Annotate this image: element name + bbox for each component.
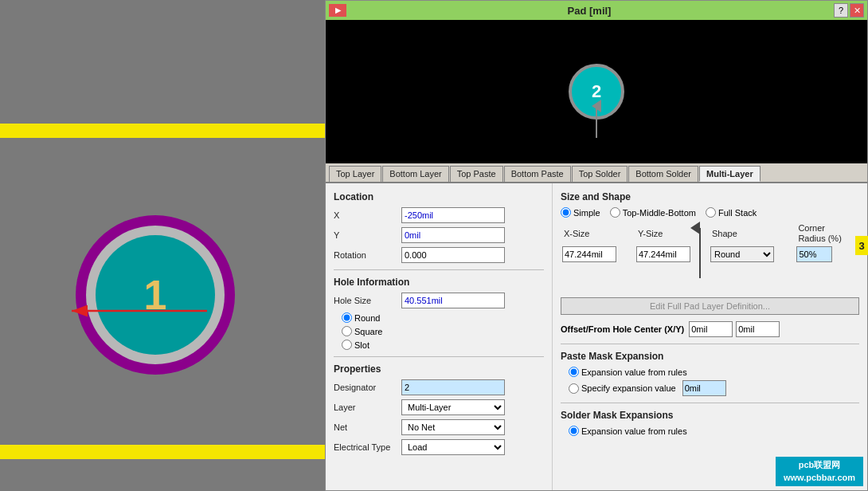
simple-radio-container: Simple xyxy=(561,207,600,218)
shape-arrow-container xyxy=(561,270,859,294)
tab-top-layer[interactable]: Top Layer xyxy=(329,166,381,182)
tab-top-solder[interactable]: Top Solder xyxy=(572,166,628,182)
dialog: ▶ Pad [mil] ? ✕ 2 Top Layer Bottom Layer… xyxy=(325,0,868,491)
elec-type-label: Electrical Type xyxy=(334,442,401,452)
y-label: Y xyxy=(334,230,401,240)
net-row: Net No Net xyxy=(334,419,544,435)
paste-specify-input[interactable] xyxy=(682,380,726,396)
y-field-row: Y xyxy=(334,227,544,243)
net-select[interactable]: No Net xyxy=(401,419,505,435)
offset-label: Offset/From Hole Center (X/Y) xyxy=(561,324,684,334)
radio-round[interactable] xyxy=(342,312,352,323)
x-size-header: X-Size xyxy=(561,222,635,245)
help-button[interactable]: ? xyxy=(834,3,848,18)
radio-slot-label[interactable]: Slot xyxy=(354,340,369,350)
radio-round-label[interactable]: Round xyxy=(354,313,380,323)
hole-info-title: Hole Information xyxy=(334,277,544,288)
rotation-label: Rotation xyxy=(334,250,401,260)
hole-size-input[interactable] xyxy=(401,293,505,308)
full-stack-label[interactable]: Full Stack xyxy=(718,208,757,218)
tab-multi-layer[interactable]: Multi-Layer xyxy=(699,166,760,182)
radio-slot[interactable] xyxy=(342,340,352,350)
title-icon: ▶ xyxy=(329,4,346,17)
radio-paste-expansion-rules[interactable] xyxy=(569,367,579,377)
edit-full-pad-button[interactable]: Edit Full Pad Layer Definition... xyxy=(561,297,859,315)
yellow-stripe-bottom xyxy=(0,445,325,459)
elec-type-select[interactable]: Load Source Terminator Unspecified xyxy=(401,439,505,455)
radio-square-row: Square xyxy=(342,326,544,336)
tab-bottom-paste[interactable]: Bottom Paste xyxy=(504,166,571,182)
elec-type-row: Electrical Type Load Source Terminator U… xyxy=(334,439,544,455)
paste-expansion-rules-row: Expansion value from rules xyxy=(569,367,859,377)
properties-title: Properties xyxy=(334,363,544,375)
net-label: Net xyxy=(334,422,401,432)
layer-select[interactable]: Multi-Layer Top Layer Bottom Layer xyxy=(401,399,505,415)
paste-expansion-rules-label[interactable]: Expansion value from rules xyxy=(581,367,687,377)
designator-row: Designator xyxy=(334,379,544,395)
radio-round-row: Round xyxy=(342,312,544,323)
tabs: Top Layer Bottom Layer Top Paste Bottom … xyxy=(326,163,867,183)
radio-square-label[interactable]: Square xyxy=(354,327,382,336)
paste-mask-title: Paste Mask Expansion xyxy=(561,351,859,362)
top-mid-bot-label[interactable]: Top-Middle-Bottom xyxy=(623,208,696,218)
x-input[interactable] xyxy=(401,207,505,223)
corner-radius-input[interactable] xyxy=(796,246,832,262)
full-stack-radio-container: Full Stack xyxy=(706,207,757,218)
tab-top-paste[interactable]: Top Paste xyxy=(450,166,503,182)
dialog-title: Pad [mil] xyxy=(346,5,832,17)
watermark: pcb联盟网 www.pcbbar.com xyxy=(776,457,863,486)
radio-paste-specify[interactable] xyxy=(569,383,579,394)
tab-bottom-solder[interactable]: Bottom Solder xyxy=(628,166,698,182)
close-button[interactable]: ✕ xyxy=(850,3,864,18)
pcb-canvas: 1 xyxy=(0,0,325,491)
tab-bottom-layer[interactable]: Bottom Layer xyxy=(382,166,448,182)
red-arrow xyxy=(48,295,223,327)
size-shape-radio-row: Simple Top-Middle-Bottom Full Stack xyxy=(561,207,859,218)
separator-right-1 xyxy=(561,344,859,344)
layer-label: Layer xyxy=(334,403,401,412)
separator-2 xyxy=(334,356,544,357)
radio-top-mid-bot[interactable] xyxy=(610,207,620,218)
watermark-line1: pcb联盟网 xyxy=(799,460,841,469)
watermark-line2: www.pcbbar.com xyxy=(784,473,855,482)
preview-area: 2 xyxy=(326,20,867,163)
offset-x-input[interactable] xyxy=(689,321,733,337)
radio-simple[interactable] xyxy=(561,207,571,218)
separator-right-2 xyxy=(561,403,859,403)
rotation-input[interactable] xyxy=(401,247,505,263)
solder-mask-title: Solder Mask Expansions xyxy=(561,410,859,421)
x-label: X xyxy=(334,210,401,220)
titlebar: ▶ Pad [mil] ? ✕ xyxy=(326,1,867,20)
size-shape-title: Size and Shape xyxy=(561,191,859,202)
simple-label[interactable]: Simple xyxy=(573,208,600,218)
paste-specify-row: Specify expansion value xyxy=(569,380,859,396)
radio-square[interactable] xyxy=(342,326,352,336)
y-input[interactable] xyxy=(401,227,505,243)
designator-label: Designator xyxy=(334,383,401,392)
rotation-field-row: Rotation xyxy=(334,247,544,263)
hole-size-row: Hole Size xyxy=(334,293,544,308)
layer-row: Layer Multi-Layer Top Layer Bottom Layer xyxy=(334,399,544,415)
preview-arrow xyxy=(585,100,608,139)
designator-input[interactable] xyxy=(401,379,505,395)
left-panel: Location X Y Rotation Hole Information H… xyxy=(326,183,553,490)
solder-expansion-rules-label[interactable]: Expansion value from rules xyxy=(581,426,687,436)
top-mid-bot-radio-container: Top-Middle-Bottom xyxy=(610,207,696,218)
location-title: Location xyxy=(334,191,544,202)
separator-1 xyxy=(334,269,544,270)
x-size-input[interactable] xyxy=(562,246,616,262)
radio-full-stack[interactable] xyxy=(706,207,716,218)
right-panel: Size and Shape Simple Top-Middle-Bottom … xyxy=(553,183,867,490)
radio-solder-expansion-rules[interactable] xyxy=(569,426,579,436)
corner-header: Corner Radius (%) xyxy=(795,222,859,245)
yellow-stripe-top xyxy=(0,124,325,138)
solder-expansion-rules-row: Expansion value from rules xyxy=(569,426,859,436)
paste-specify-label[interactable]: Specify expansion value xyxy=(581,383,676,393)
offset-row: Offset/From Hole Center (X/Y) xyxy=(561,321,859,337)
offset-y-input[interactable] xyxy=(736,321,780,337)
edge-number-3: 3 xyxy=(855,236,868,255)
radio-slot-row: Slot xyxy=(342,340,544,350)
hole-size-label: Hole Size xyxy=(334,296,401,305)
shape-arrow xyxy=(676,218,724,282)
x-field-row: X xyxy=(334,207,544,223)
